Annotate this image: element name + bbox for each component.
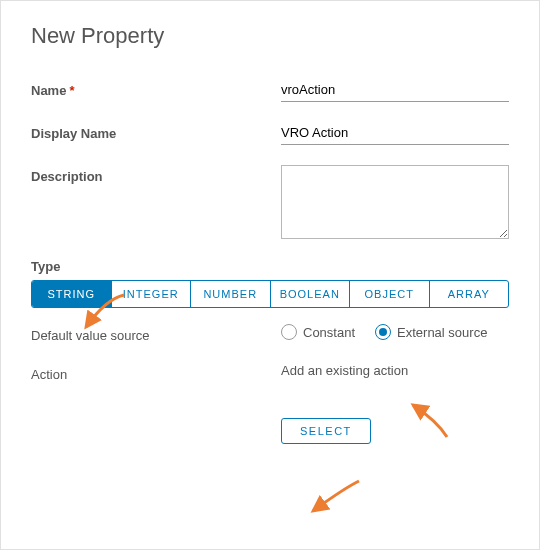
name-input[interactable]	[281, 79, 509, 102]
type-option-array[interactable]: ARRAY	[430, 281, 509, 307]
default-source-row: Default value source Constant External s…	[31, 324, 509, 343]
radio-constant[interactable]: Constant	[281, 324, 355, 340]
type-segmented-control: STRING INTEGER NUMBER BOOLEAN OBJECT ARR…	[31, 280, 509, 308]
default-source-radio-group: Constant External source	[281, 324, 509, 340]
action-label: Action	[31, 363, 281, 382]
radio-external-source[interactable]: External source	[375, 324, 487, 340]
action-hint: Add an existing action	[281, 363, 509, 378]
type-option-string[interactable]: STRING	[32, 281, 112, 307]
radio-external-label: External source	[397, 325, 487, 340]
page-title: New Property	[31, 23, 509, 49]
display-name-label: Display Name	[31, 122, 281, 141]
annotation-arrow-icon	[303, 475, 363, 519]
action-row: Action Add an existing action SELECT	[31, 363, 509, 444]
description-textarea[interactable]	[281, 165, 509, 239]
type-option-boolean[interactable]: BOOLEAN	[271, 281, 351, 307]
field-description-row: Description	[31, 165, 509, 239]
radio-icon	[375, 324, 391, 340]
description-label: Description	[31, 165, 281, 184]
type-label: Type	[31, 259, 509, 274]
select-action-button[interactable]: SELECT	[281, 418, 371, 444]
display-name-input[interactable]	[281, 122, 509, 145]
name-label: Name*	[31, 79, 281, 98]
field-name-row: Name*	[31, 79, 509, 102]
action-column: Add an existing action SELECT	[281, 363, 509, 444]
type-option-object[interactable]: OBJECT	[350, 281, 430, 307]
type-option-number[interactable]: NUMBER	[191, 281, 271, 307]
default-source-label: Default value source	[31, 324, 281, 343]
field-display-name-row: Display Name	[31, 122, 509, 145]
type-option-integer[interactable]: INTEGER	[112, 281, 192, 307]
radio-icon	[281, 324, 297, 340]
required-asterisk-icon: *	[69, 83, 74, 98]
radio-constant-label: Constant	[303, 325, 355, 340]
